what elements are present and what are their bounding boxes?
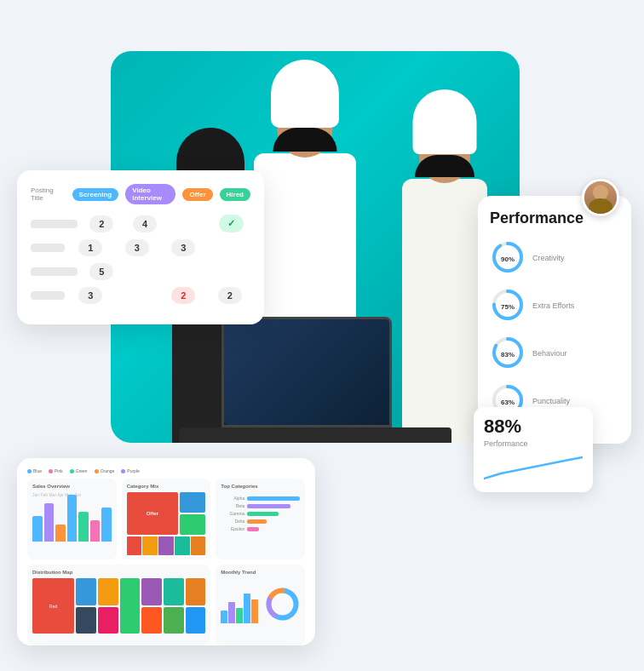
small-bar [251, 599, 258, 623]
map-cell [141, 578, 162, 605]
treemap-cell [180, 514, 205, 535]
map-cell [164, 578, 184, 605]
h-bar-label: Beta [221, 503, 244, 508]
behaviour-donut: 83% [490, 335, 526, 374]
chart-title: Top Categories [221, 484, 300, 489]
performance-trend-chart [484, 455, 583, 480]
performance-bottom-card: 88% Performance [474, 407, 593, 492]
legend-item: Pink [49, 468, 63, 473]
behaviour-value: 83% [501, 351, 515, 358]
map-cell [76, 607, 96, 634]
cell: 2 [83, 215, 121, 232]
small-chart-cell: Monthly Trend [216, 565, 305, 645]
treemap-cell [158, 536, 174, 555]
treemap-cell [142, 536, 158, 555]
cell: 3 [163, 239, 204, 256]
h-bar-fill [247, 527, 259, 531]
table-row: 1 3 3 [31, 239, 250, 256]
bar [67, 495, 78, 542]
h-bar-row: Epsilon [221, 526, 300, 531]
donut-chart [263, 585, 302, 627]
table-row: 5 [31, 263, 250, 280]
cell: 5 [83, 263, 121, 280]
cell: 2 [210, 287, 251, 304]
bar-chart [32, 499, 112, 542]
map-cell [120, 578, 141, 634]
treemap-cell: Category Mix Offer [122, 479, 211, 559]
table-row: 3 2 2 [31, 287, 250, 304]
bar [32, 516, 43, 542]
map-cell [98, 607, 118, 634]
map-cell [186, 607, 206, 634]
h-bar-fill [247, 512, 279, 516]
treemap-bottom [127, 536, 206, 555]
h-bar-fill [247, 519, 267, 524]
cell: ✓ [212, 215, 250, 232]
behaviour-metric: 83% Behaviour [490, 335, 619, 374]
legend-item: Green [70, 468, 88, 473]
treemap-cell [127, 536, 142, 555]
horizontal-bars: Alpha Beta Gamma Delta [221, 492, 300, 535]
analytics-grid: Sales Overview Jan Feb Mar Apr May Jun C… [27, 479, 305, 645]
creativity-metric: 90% Creativity [490, 239, 619, 278]
cell: 4 [126, 215, 164, 232]
bar-chart-cell: Sales Overview Jan Feb Mar Apr May Jun [27, 479, 117, 559]
small-bar [228, 602, 235, 623]
h-bar-row: Beta [221, 503, 300, 508]
small-bar [221, 611, 227, 623]
bar [55, 525, 66, 542]
cell: 1 [70, 239, 112, 256]
cell: 3 [70, 287, 112, 304]
legend-item: Blue [27, 468, 42, 473]
treemap-large-cell: Distribution Map Red [27, 565, 210, 645]
extra-efforts-metric: 75% Extra Efforts [490, 287, 619, 326]
h-bar-label: Alpha [221, 496, 244, 501]
bar [90, 520, 101, 542]
cell: 2 [163, 287, 204, 304]
h-bar-fill [247, 504, 290, 508]
chart-content [221, 578, 300, 634]
analytics-legend: Blue Pink Green Orange Purple [27, 468, 305, 473]
horizontal-bar-cell: Top Categories Alpha Beta Gamma [216, 479, 305, 559]
chart-title: Category Mix [127, 484, 206, 489]
h-bar-label: Epsilon [221, 526, 244, 531]
row-label [31, 244, 65, 252]
h-bar-fill [247, 496, 300, 501]
map-cell [186, 578, 206, 605]
row-label [31, 220, 78, 228]
extra-efforts-value: 75% [501, 303, 515, 311]
map-cell [76, 578, 96, 605]
creativity-donut: 90% [490, 239, 526, 278]
bar [44, 503, 55, 542]
cell: 3 [117, 239, 158, 256]
behaviour-label: Behaviour [532, 349, 567, 359]
chart-title: Monthly Trend [221, 570, 300, 575]
creativity-value: 90% [501, 255, 515, 263]
h-bar-label: Delta [221, 519, 244, 524]
treemap-cell [191, 536, 206, 555]
table-row: 2 4 ✓ [31, 215, 250, 232]
map-cell [164, 607, 184, 634]
performance-bottom-value: 88% [484, 416, 583, 438]
treemap-cell [180, 492, 205, 513]
extra-efforts-donut: 75% [490, 287, 526, 326]
h-bar-label: Gamma [221, 511, 244, 516]
analytics-dashboard-card: Blue Pink Green Orange Purple Sales Over… [17, 458, 315, 645]
treemap: Offer [127, 492, 206, 535]
small-bar [236, 608, 243, 623]
distribution-map: Red [32, 578, 205, 634]
video-interview-tag: Video Interview [125, 184, 175, 204]
legend-item: Orange [95, 468, 115, 473]
legend-item: Purple [121, 468, 139, 473]
creativity-label: Creativity [532, 254, 565, 264]
bar [78, 512, 89, 542]
punctuality-label: Punctuality [532, 397, 570, 407]
card-header: Posting Title Screening Video Interview … [31, 184, 250, 204]
map-cell [98, 578, 118, 605]
row-label [31, 267, 78, 276]
treemap-cell [175, 536, 190, 555]
h-bar-row: Alpha [221, 496, 300, 501]
posting-title-header: Posting Title [31, 186, 66, 202]
hired-tag: Hired [220, 188, 250, 201]
performance-bottom-label: Performance [484, 439, 583, 448]
